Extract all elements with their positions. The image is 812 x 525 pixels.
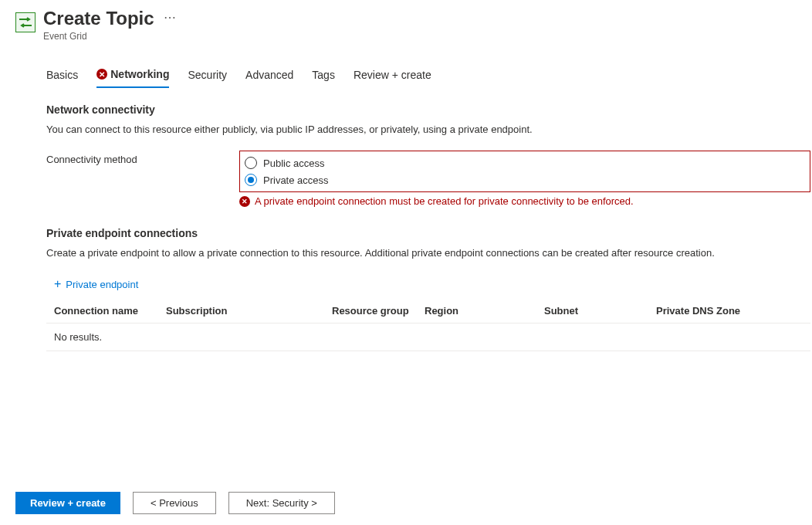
col-subscription: Subscription [166, 305, 332, 317]
tab-label: Networking [110, 68, 169, 80]
col-subnet: Subnet [544, 305, 656, 317]
page-header: Create Topic ⋯ Event Grid [15, 8, 812, 42]
tab-bar: Basics ✕ Networking Security Advanced Ta… [46, 65, 812, 88]
error-icon: ✕ [239, 196, 250, 207]
tab-label: Review + create [354, 69, 431, 81]
tab-review-create[interactable]: Review + create [354, 65, 431, 88]
add-label: Private endpoint [66, 279, 138, 290]
col-region: Region [425, 305, 544, 317]
tab-label: Security [188, 69, 227, 81]
wizard-footer: Review + create < Previous Next: Securit… [15, 492, 335, 514]
connectivity-radio-group: Public access Private access [239, 151, 810, 192]
pe-table-empty: No results. [46, 323, 810, 351]
radio-private-access[interactable]: Private access [245, 171, 805, 188]
radio-label: Public access [263, 158, 324, 169]
section-desc-network: You can connect to this resource either … [46, 124, 810, 135]
tab-basics[interactable]: Basics [46, 65, 78, 88]
tab-security[interactable]: Security [188, 65, 227, 88]
review-create-button[interactable]: Review + create [15, 492, 120, 514]
col-private-dns-zone: Private DNS Zone [656, 305, 803, 317]
connectivity-error: ✕ A private endpoint connection must be … [239, 195, 810, 207]
section-title-network: Network connectivity [46, 103, 810, 116]
radio-public-access[interactable]: Public access [245, 154, 805, 171]
tab-networking[interactable]: ✕ Networking [96, 65, 169, 88]
radio-icon [245, 157, 257, 169]
plus-icon: + [54, 277, 61, 291]
page-subtitle: Event Grid [43, 31, 177, 42]
tab-tags[interactable]: Tags [312, 65, 335, 88]
error-icon: ✕ [96, 69, 107, 80]
next-button[interactable]: Next: Security > [228, 492, 335, 514]
radio-icon [245, 174, 257, 186]
page-title: Create Topic [43, 8, 154, 29]
col-connection-name: Connection name [54, 305, 166, 317]
connectivity-label: Connectivity method [46, 151, 239, 165]
event-grid-icon [15, 12, 36, 32]
radio-label: Private access [263, 174, 329, 186]
error-text: A private endpoint connection must be cr… [255, 195, 634, 207]
tab-label: Basics [46, 69, 78, 81]
more-icon[interactable]: ⋯ [164, 10, 177, 28]
tab-label: Advanced [245, 69, 293, 81]
add-private-endpoint-button[interactable]: + Private endpoint [54, 277, 810, 291]
tab-advanced[interactable]: Advanced [245, 65, 293, 88]
col-resource-group: Resource group [332, 305, 425, 317]
tab-label: Tags [312, 69, 335, 81]
previous-button[interactable]: < Previous [133, 492, 216, 514]
section-title-pe: Private endpoint connections [46, 227, 810, 239]
pe-table-header: Connection name Subscription Resource gr… [46, 299, 810, 323]
section-desc-pe: Create a private endpoint to allow a pri… [46, 247, 810, 259]
